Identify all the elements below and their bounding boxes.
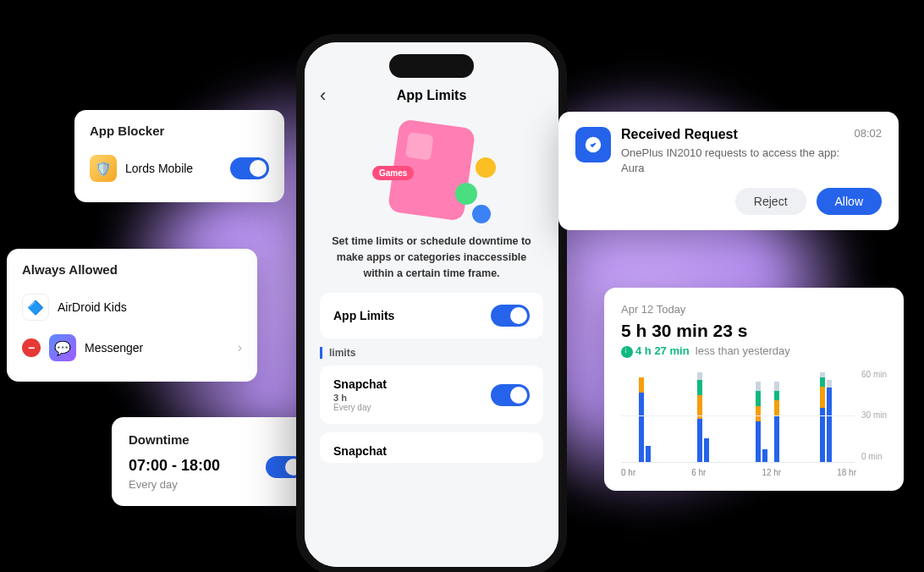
app-limits-description: Set time limits or schedule downtime to … — [320, 234, 543, 281]
phone-notch — [389, 54, 474, 78]
app-limit-row[interactable]: Snapchat 3 h Every day — [320, 366, 543, 424]
app-limits-master-label: App Limits — [333, 309, 394, 322]
usage-delta: 4 h 27 min — [635, 344, 690, 357]
always-allowed-title: Always Allowed — [22, 262, 242, 277]
request-icon — [575, 127, 611, 162]
limit-app-name: Snapchat — [333, 444, 530, 458]
list-item[interactable]: − 💬 Messenger › — [22, 327, 242, 368]
app-blocker-toggle[interactable] — [230, 157, 269, 179]
request-title: Received Request — [621, 127, 844, 142]
downtime-range: 07:00 - 18:00 — [129, 457, 266, 475]
messenger-icon: 💬 — [49, 334, 76, 361]
app-blocker-app-name: Lords Mobile — [125, 162, 193, 175]
usage-date: Apr 12 Today — [621, 303, 887, 316]
always-allowed-card: Always Allowed 🔷 AirDroid Kids − 💬 Messe… — [7, 249, 257, 382]
usage-chart-bars — [621, 370, 855, 463]
arrow-down-icon — [621, 346, 633, 358]
request-time: 08:02 — [854, 127, 882, 176]
received-request-card: Received Request OnePlus IN2010 requests… — [558, 112, 899, 230]
list-item[interactable]: 🔷 AirDroid Kids — [22, 287, 242, 327]
request-body: OnePlus IN2010 requests to access the ap… — [621, 146, 844, 176]
downtime-frequency: Every day — [129, 478, 266, 491]
allowed-app-name: AirDroid Kids — [58, 300, 127, 314]
app-limits-master-toggle[interactable] — [491, 305, 530, 327]
back-button[interactable]: ‹ — [320, 85, 326, 107]
reject-button[interactable]: Reject — [735, 188, 806, 215]
usage-total: 5 h 30 min 23 s — [621, 321, 887, 341]
phone-screen-title: App Limits — [397, 88, 467, 103]
app-blocker-row: 🛡️ Lords Mobile — [90, 148, 269, 189]
downtime-title: Downtime — [129, 432, 266, 447]
limit-frequency: Every day — [333, 403, 482, 412]
remove-icon[interactable]: − — [22, 338, 41, 357]
usage-card: Apr 12 Today 5 h 30 min 23 s 4 h 27 min … — [604, 288, 904, 491]
limit-toggle[interactable] — [491, 384, 530, 406]
phone-frame: ‹ App Limits Games Set time limits or sc… — [296, 34, 567, 572]
games-badge: Games — [372, 166, 414, 180]
lords-mobile-icon: 🛡️ — [90, 155, 117, 182]
downtime-card: Downtime 07:00 - 18:00 Every day — [112, 417, 322, 506]
limit-duration: 3 h — [333, 393, 482, 403]
limits-section-label: limits — [320, 347, 543, 359]
usage-compare: 4 h 27 min less than yesterday — [621, 344, 887, 358]
chevron-right-icon: › — [238, 340, 242, 355]
y-axis-labels: 60 min 30 min 0 min — [861, 370, 887, 463]
app-blocker-card: App Blocker 🛡️ Lords Mobile — [74, 110, 284, 202]
x-axis-labels: 0 hr 6 hr 12 hr 18 hr — [621, 468, 887, 477]
illustration: Games — [320, 115, 543, 225]
usage-delta-text: less than yesterday — [696, 344, 790, 357]
limit-app-name: Snapchat — [333, 377, 482, 391]
allowed-app-name: Messenger — [85, 341, 143, 355]
app-blocker-title: App Blocker — [90, 124, 269, 138]
allow-button[interactable]: Allow — [817, 188, 882, 215]
airdroid-icon: 🔷 — [22, 294, 49, 321]
app-limit-row[interactable]: Snapchat — [320, 432, 543, 463]
